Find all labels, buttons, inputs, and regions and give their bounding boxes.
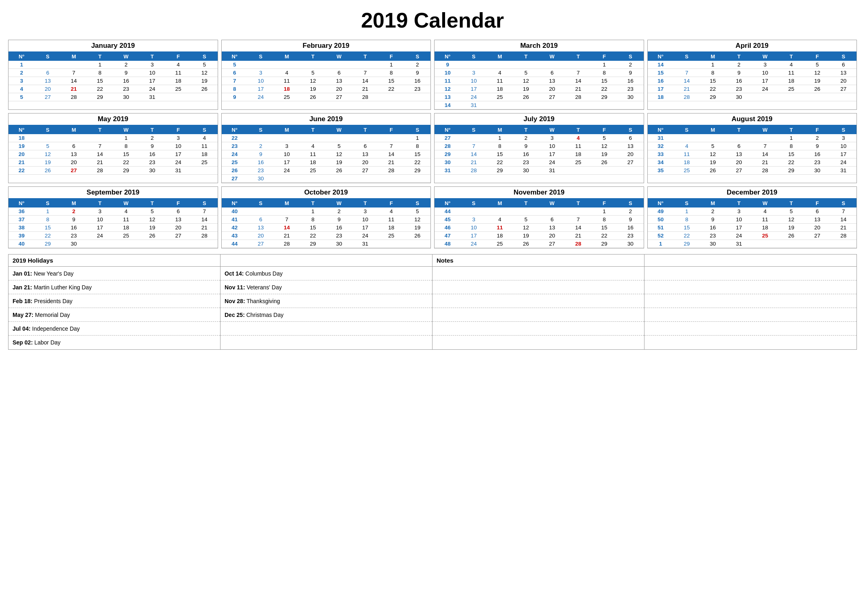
- day-cell: 11: [778, 69, 804, 77]
- day-cell: 30: [804, 167, 830, 175]
- day-cell: 17: [274, 158, 300, 167]
- day-cell: 1: [34, 207, 60, 216]
- day-cell: 17: [831, 150, 856, 158]
- month-title: July 2019: [435, 113, 644, 126]
- day-cell: 20: [804, 224, 830, 232]
- day-cell: 3: [831, 134, 856, 142]
- month-block: September 2019N°SMTWTFS36123456737891011…: [8, 186, 218, 248]
- day-cell: 17: [352, 224, 378, 232]
- day-header: M: [700, 126, 726, 134]
- day-cell: [565, 61, 591, 69]
- day-cell: 10: [460, 77, 486, 85]
- day-cell: 5: [34, 142, 60, 150]
- day-cell: 16: [804, 150, 830, 158]
- day-cell: 30: [700, 240, 726, 248]
- day-cell: 18: [487, 232, 513, 240]
- holiday-item: May 27: Memorial Day: [9, 308, 220, 322]
- day-cell: [34, 134, 60, 142]
- week-number: 8: [222, 85, 248, 93]
- day-cell: 17: [87, 224, 113, 232]
- day-header: W: [326, 126, 352, 134]
- day-cell: 16: [617, 224, 643, 232]
- day-cell: 20: [248, 232, 274, 240]
- month-table: N°SMTWTFS2712345628789101112132914151617…: [435, 126, 644, 175]
- day-cell: 1: [700, 61, 726, 69]
- week-number: 37: [9, 216, 34, 224]
- week-number: 12: [435, 85, 460, 93]
- day-cell: 27: [831, 85, 856, 93]
- day-cell: 16: [113, 77, 139, 85]
- day-header: S: [617, 52, 643, 61]
- day-cell: 20: [352, 158, 378, 167]
- day-cell: 27: [617, 158, 643, 167]
- day-cell: 10: [539, 142, 565, 150]
- day-cell: 1: [487, 134, 513, 142]
- day-cell: 14: [565, 77, 591, 85]
- day-header: S: [460, 126, 486, 134]
- day-cell: 8: [378, 69, 404, 77]
- day-cell: [405, 175, 430, 183]
- day-cell: 26: [591, 158, 617, 167]
- day-cell: 24: [248, 93, 274, 101]
- day-cell: 17: [248, 85, 274, 93]
- notes-row: [432, 280, 644, 294]
- day-cell: 17: [165, 150, 191, 158]
- day-cell: 13: [352, 150, 378, 158]
- day-header: T: [726, 199, 752, 207]
- week-number: 52: [648, 232, 674, 240]
- day-cell: 22: [300, 232, 326, 240]
- day-header: M: [274, 52, 300, 61]
- week-number: 6: [222, 69, 248, 77]
- day-cell: 10: [831, 142, 856, 150]
- day-header: T: [139, 199, 165, 207]
- month-block: October 2019N°SMTWTFS4012345416789101112…: [221, 186, 431, 248]
- day-header: F: [165, 126, 191, 134]
- day-cell: 23: [405, 85, 430, 93]
- day-cell: 19: [700, 158, 726, 167]
- day-cell: 2: [326, 207, 352, 216]
- day-cell: [831, 93, 856, 101]
- day-cell: 14: [460, 150, 486, 158]
- holiday-item: Oct 14: Columbus Day: [221, 267, 432, 280]
- day-cell: 15: [405, 150, 430, 158]
- day-cell: 26: [326, 167, 352, 175]
- holidays-body: Jan 01: New Year's DayJan 21: Martin Lut…: [9, 267, 856, 349]
- day-cell: 3: [352, 207, 378, 216]
- day-header: S: [405, 126, 430, 134]
- day-cell: 2: [405, 61, 430, 69]
- day-cell: 31: [726, 240, 752, 248]
- day-cell: 11: [487, 224, 513, 232]
- day-cell: 12: [591, 142, 617, 150]
- week-number: 45: [435, 216, 460, 224]
- day-cell: 12: [804, 69, 830, 77]
- week-number: 24: [222, 150, 248, 158]
- day-header: T: [300, 52, 326, 61]
- day-cell: [300, 134, 326, 142]
- day-cell: 24: [165, 158, 191, 167]
- day-cell: [352, 175, 378, 183]
- day-cell: [804, 240, 830, 248]
- day-header: N°: [435, 52, 460, 61]
- day-cell: 14: [752, 150, 778, 158]
- day-cell: 27: [539, 93, 565, 101]
- month-block: March 2019N°SMTWTFS912103456789111011121…: [434, 40, 644, 110]
- holiday-date: Jul 04:: [13, 325, 30, 332]
- day-cell: 8: [591, 216, 617, 224]
- day-cell: 1: [405, 134, 430, 142]
- day-cell: 1: [87, 61, 113, 69]
- day-cell: [539, 101, 565, 109]
- day-cell: 28: [352, 93, 378, 101]
- day-header: F: [378, 199, 404, 207]
- day-header: S: [191, 199, 217, 207]
- month-title: January 2019: [9, 40, 218, 52]
- day-cell: 4: [752, 207, 778, 216]
- day-header: T: [565, 199, 591, 207]
- day-cell: 20: [165, 224, 191, 232]
- notes-row: [644, 280, 856, 294]
- day-cell: 4: [487, 216, 513, 224]
- day-header: F: [804, 126, 830, 134]
- day-cell: 29: [778, 167, 804, 175]
- day-cell: 11: [113, 216, 139, 224]
- day-cell: 2: [248, 142, 274, 150]
- day-cell: 8: [591, 69, 617, 77]
